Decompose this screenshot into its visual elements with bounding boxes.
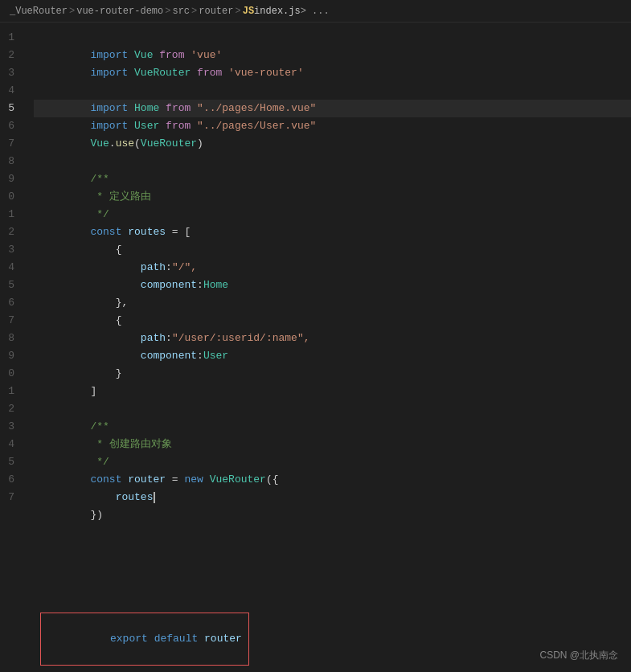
ln-22: 2 bbox=[5, 400, 24, 418]
watermark: CSDN @北执南念 bbox=[539, 649, 618, 662]
ln-1: 1 bbox=[5, 29, 24, 47]
bc-src: src bbox=[172, 6, 190, 17]
last-line-area: export default router bbox=[0, 606, 631, 672]
ln-9: 9 bbox=[5, 170, 24, 188]
code-line-1: import Vue from 'vue' bbox=[34, 29, 631, 47]
line-numbers: 1 2 3 4 5 6 7 8 9 0 1 2 3 4 5 6 7 8 9 0 … bbox=[0, 23, 34, 606]
bc-js: JS bbox=[243, 6, 254, 17]
ln-25: 5 bbox=[5, 453, 24, 471]
code-line-21 bbox=[34, 383, 631, 400]
code-content[interactable]: import Vue from 'vue' import VueRouter f… bbox=[34, 23, 631, 606]
bc-ellipsis: > ... bbox=[301, 6, 330, 17]
export-line-code: export default router bbox=[47, 633, 242, 661]
ln-11: 1 bbox=[5, 206, 24, 223]
ln-20: 0 bbox=[5, 365, 24, 383]
bc-sep2: > bbox=[165, 6, 170, 17]
ln-13: 3 bbox=[5, 241, 24, 259]
ln-2: 2 bbox=[5, 47, 24, 64]
code-line-17: path:"/user/:userid/:name", bbox=[34, 312, 631, 330]
ln-21: 1 bbox=[5, 383, 24, 400]
code-line-4: import Home from "../pages/Home.vue" bbox=[34, 82, 631, 100]
ln-5: 5 bbox=[5, 100, 24, 117]
ln-12: 2 bbox=[5, 223, 24, 241]
ln-26: 6 bbox=[5, 471, 24, 489]
ln-16: 6 bbox=[5, 294, 24, 312]
ln-27: 7 bbox=[5, 489, 24, 506]
bc-sep1: > bbox=[69, 6, 75, 17]
code-line-9: * 定义路由 bbox=[34, 170, 631, 188]
code-line-13: path:"/", bbox=[34, 241, 631, 259]
ln-19: 9 bbox=[5, 347, 24, 365]
ln-23: 3 bbox=[5, 418, 24, 436]
ln-7: 7 bbox=[5, 135, 24, 153]
code-line-11: const routes = [ bbox=[34, 206, 631, 223]
bc-demo: vue-router-demo bbox=[76, 6, 163, 17]
last-line-box-container: export default router bbox=[34, 613, 249, 666]
code-line-23: * 创建路由对象 bbox=[34, 418, 631, 436]
last-line-number bbox=[0, 613, 34, 666]
ln-14: 4 bbox=[5, 259, 24, 277]
ln-10: 0 bbox=[5, 188, 24, 206]
breadcrumb: _VueRouter > vue-router-demo > src > rou… bbox=[0, 0, 631, 23]
bc-router: router bbox=[199, 6, 233, 17]
bc-vuerouter: _VueRouter bbox=[10, 6, 68, 17]
code-area: 1 2 3 4 5 6 7 8 9 0 1 2 3 4 5 6 7 8 9 0 … bbox=[0, 23, 631, 606]
ln-24: 4 bbox=[5, 436, 24, 453]
bc-sep4: > bbox=[235, 6, 240, 17]
ln-4: 4 bbox=[5, 82, 24, 100]
ln-8: 8 bbox=[5, 153, 24, 170]
ln-6: 6 bbox=[5, 117, 24, 135]
code-line-25: const router = new VueRouter({ bbox=[34, 453, 631, 471]
code-line-22: /** bbox=[34, 400, 631, 418]
bc-sep3: > bbox=[191, 6, 197, 17]
ln-18: 8 bbox=[5, 330, 24, 347]
ln-3: 3 bbox=[5, 64, 24, 82]
ln-17: 7 bbox=[5, 312, 24, 330]
code-line-20: ] bbox=[34, 365, 631, 383]
text-cursor bbox=[154, 492, 155, 503]
bc-indexjs: index.js bbox=[254, 6, 301, 17]
export-line-box: export default router bbox=[40, 613, 249, 666]
editor-container: _VueRouter > vue-router-demo > src > rou… bbox=[0, 0, 631, 672]
ln-15: 5 bbox=[5, 277, 24, 294]
code-line-8: /** bbox=[34, 153, 631, 170]
